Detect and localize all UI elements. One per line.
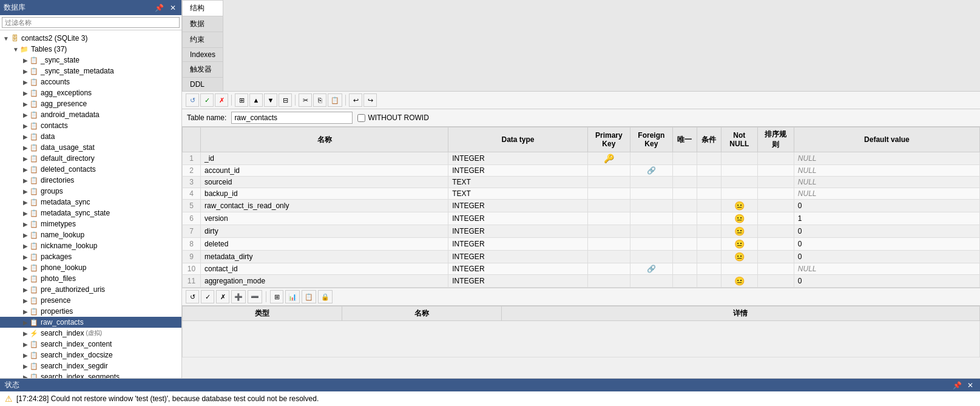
tab-约束[interactable]: 约束	[182, 32, 223, 47]
tree-item-data_usage_stat[interactable]: ▶📋data_usage_stat	[0, 142, 181, 153]
toolbar-btn-cancel[interactable]: ✗	[215, 93, 228, 107]
tree-toggle-directories[interactable]: ▶	[22, 177, 29, 184]
tree-toggle-db[interactable]: ▼	[2, 35, 10, 42]
tree-toggle-phone_lookup[interactable]: ▶	[22, 265, 29, 271]
cell-type-4[interactable]: TEXT	[448, 188, 588, 200]
toolbar-btn-confirm[interactable]: ✓	[200, 93, 214, 107]
tree-item-search_index_segdir[interactable]: ▶📋search_index_segdir	[0, 360, 181, 371]
toolbar-btn-removecol[interactable]: ⊟	[279, 93, 292, 107]
tree-item-search_index_segments[interactable]: ▶📋search_index_segments	[0, 371, 181, 378]
tree-toggle-presence[interactable]: ▶	[22, 297, 29, 304]
bottom-btn-9[interactable]: 🔒	[318, 290, 333, 303]
tree-item-packages[interactable]: ▶📋packages	[0, 251, 181, 262]
cell-name-10[interactable]: contact_id	[201, 263, 448, 275]
cell-type-6[interactable]: INTEGER	[448, 212, 588, 225]
tree-item-search_index_content[interactable]: ▶📋search_index_content	[0, 339, 181, 350]
tree-item-android_metadata[interactable]: ▶📋android_metadata	[0, 109, 181, 120]
table-row-11[interactable]: 11aggregation_modeINTEGER😐0	[183, 275, 980, 288]
tree-item-phone_lookup[interactable]: ▶📋phone_lookup	[0, 262, 181, 273]
tab-结构[interactable]: 结构	[182, 0, 223, 16]
tree-toggle-pre_authorized_uris[interactable]: ▶	[22, 286, 29, 293]
bottom-btn-8[interactable]: 📋	[302, 290, 316, 303]
cell-name-8[interactable]: deleted	[201, 238, 448, 251]
cell-type-2[interactable]: INTEGER	[448, 165, 588, 177]
tree-item-agg_exceptions[interactable]: ▶📋agg_exceptions	[0, 87, 181, 98]
tree-toggle-contacts[interactable]: ▶	[22, 123, 29, 129]
cell-name-6[interactable]: version	[201, 212, 448, 225]
tree-toggle-_sync_state[interactable]: ▶	[22, 57, 29, 64]
table-name-input[interactable]	[231, 112, 353, 124]
tree-item-_sync_state[interactable]: ▶📋_sync_state	[0, 55, 181, 66]
bottom-btn-6[interactable]: ⊞	[270, 290, 283, 303]
cell-type-9[interactable]: INTEGER	[448, 251, 588, 263]
sidebar-close-button[interactable]: ✕	[168, 4, 178, 12]
tree-item-properties[interactable]: ▶📋properties	[0, 306, 181, 317]
tree-toggle-metadata_sync[interactable]: ▶	[22, 199, 29, 206]
sidebar-search-input[interactable]	[2, 17, 180, 28]
cell-name-3[interactable]: sourceid	[201, 177, 448, 188]
table-row-5[interactable]: 5raw_contact_is_read_onlyINTEGER😐0	[183, 200, 980, 212]
tab-触发器[interactable]: 触发器	[182, 61, 223, 77]
cell-type-5[interactable]: INTEGER	[448, 200, 588, 212]
toolbar-btn-cut[interactable]: ✂	[299, 93, 312, 107]
cell-type-8[interactable]: INTEGER	[448, 238, 588, 251]
tab-Indexes[interactable]: Indexes	[182, 47, 223, 61]
tree-toggle-data[interactable]: ▶	[22, 134, 29, 140]
tree-toggle-default_directory[interactable]: ▶	[22, 155, 29, 162]
tree-item-directories[interactable]: ▶📋directories	[0, 175, 181, 186]
tree-toggle-deleted_contacts[interactable]: ▶	[22, 166, 29, 173]
tree-toggle-search_index[interactable]: ▶	[22, 330, 29, 337]
toolbar-btn-refresh[interactable]: ↺	[186, 93, 199, 107]
tree-item-groups[interactable]: ▶📋groups	[0, 186, 181, 197]
cell-name-9[interactable]: metadata_dirty	[201, 251, 448, 263]
cell-type-10[interactable]: INTEGER	[448, 263, 588, 275]
tree-item-agg_presence[interactable]: ▶📋agg_presence	[0, 98, 181, 109]
tree-toggle-mimetypes[interactable]: ▶	[22, 221, 29, 228]
tree-toggle-raw_contacts[interactable]: ▶	[22, 319, 29, 326]
tree-item-default_directory[interactable]: ▶📋default_directory	[0, 153, 181, 164]
table-row-2[interactable]: 2account_idINTEGER🔗NULL	[183, 165, 980, 177]
tree-item-photo_files[interactable]: ▶📋photo_files	[0, 273, 181, 284]
toolbar-btn-addcol[interactable]: ⊞	[235, 93, 248, 107]
tree-toggle-groups[interactable]: ▶	[22, 188, 29, 195]
tree-toggle-search_index_segments[interactable]: ▶	[22, 374, 29, 379]
table-row-6[interactable]: 6versionINTEGER😐1	[183, 212, 980, 225]
tree-db-root[interactable]: ▼ 🗄 contacts2 (SQLite 3)	[0, 33, 181, 44]
tree-item-presence[interactable]: ▶📋presence	[0, 295, 181, 306]
cell-type-1[interactable]: INTEGER	[448, 152, 588, 165]
bottom-btn-4[interactable]: ➕	[231, 290, 246, 303]
without-rowid-checkbox[interactable]	[357, 114, 365, 122]
table-row-10[interactable]: 10contact_idINTEGER🔗NULL	[183, 263, 980, 275]
sidebar-pin-button[interactable]: 📌	[153, 4, 166, 12]
table-row-1[interactable]: 1_idINTEGER🔑NULL	[183, 152, 980, 165]
tree-item-accounts[interactable]: ▶📋accounts	[0, 76, 181, 87]
table-row-9[interactable]: 9metadata_dirtyINTEGER😐0	[183, 251, 980, 263]
cell-type-11[interactable]: INTEGER	[448, 275, 588, 288]
tree-item-search_index_docsize[interactable]: ▶📋search_index_docsize	[0, 350, 181, 360]
bottom-btn-7[interactable]: 📊	[285, 290, 300, 303]
toolbar-btn-copy2[interactable]: ⎘	[313, 93, 326, 107]
tree-toggle-agg_exceptions[interactable]: ▶	[22, 90, 29, 96]
toolbar-btn-moveup[interactable]: ▲	[249, 93, 263, 107]
tree-toggle-tables[interactable]: ▼	[12, 46, 19, 53]
cell-name-1[interactable]: _id	[201, 152, 448, 165]
cell-name-11[interactable]: aggregation_mode	[201, 275, 448, 288]
tree-toggle-search_index_docsize[interactable]: ▶	[22, 352, 29, 359]
tree-toggle-nickname_lookup[interactable]: ▶	[22, 243, 29, 249]
tree-item-metadata_sync[interactable]: ▶📋metadata_sync	[0, 197, 181, 208]
status-close-btn[interactable]: ✕	[965, 381, 975, 390]
cell-type-7[interactable]: INTEGER	[448, 225, 588, 238]
tab-DDL[interactable]: DDL	[182, 77, 223, 91]
cell-name-7[interactable]: dirty	[201, 225, 448, 238]
table-row-8[interactable]: 8deletedINTEGER😐0	[183, 238, 980, 251]
bottom-btn-2[interactable]: ✓	[201, 290, 214, 303]
bottom-btn-5[interactable]: ➖	[248, 290, 262, 303]
toolbar-btn-movedown[interactable]: ▼	[264, 93, 277, 107]
tree-item-pre_authorized_uris[interactable]: ▶📋pre_authorized_uris	[0, 284, 181, 295]
toolbar-btn-redo[interactable]: ↪	[363, 93, 377, 107]
tree-toggle-metadata_sync_state[interactable]: ▶	[22, 210, 29, 217]
tree-toggle-accounts[interactable]: ▶	[22, 79, 29, 86]
cell-name-5[interactable]: raw_contact_is_read_only	[201, 200, 448, 212]
tree-item-raw_contacts[interactable]: ▶📋raw_contacts	[0, 317, 181, 328]
tree-toggle-_sync_state_metadata[interactable]: ▶	[22, 68, 29, 75]
